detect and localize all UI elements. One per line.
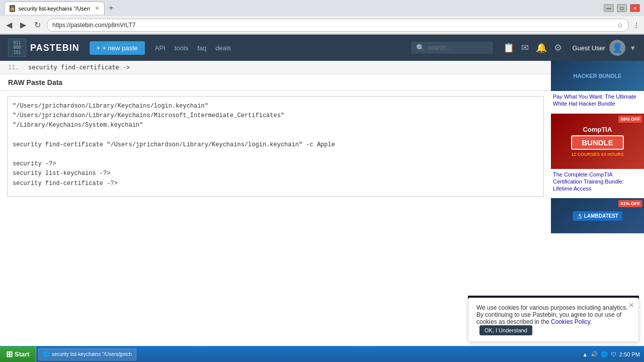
ad-title-2[interactable]: The Complete CompTIA Certification Train… <box>551 169 644 195</box>
new-tab-button[interactable]: + <box>106 3 116 14</box>
bookmark-icon[interactable]: ☆ <box>617 21 623 29</box>
tab-favicon: 🔒 <box>10 5 15 12</box>
cookies-policy-link[interactable]: Cookies Policy <box>551 318 590 325</box>
cookie-text: We use cookies for various purposes incl… <box>476 304 628 325</box>
nav-faq[interactable]: faq <box>197 44 206 52</box>
user-label: Guest User <box>572 44 605 52</box>
user-avatar: 👤 <box>609 40 625 56</box>
address-bar[interactable]: https://pastebin.com/p8mVrLT7 ☆ <box>47 19 629 32</box>
raw-paste-header: RAW Paste Data <box>0 74 551 91</box>
off-badge-2: 99% OFF <box>618 116 642 123</box>
forward-button[interactable]: ▶ <box>18 19 28 31</box>
speaker-icon[interactable]: 🔊 <box>591 351 598 357</box>
cookie-notice: ✕ We use cookies for various purposes in… <box>468 298 639 342</box>
start-icon: ⊞ <box>6 349 13 359</box>
new-paste-label: + new paste <box>102 44 137 52</box>
user-dropdown-icon[interactable]: ▼ <box>629 44 636 52</box>
notification-bell-icon[interactable]: 🔔 <box>536 42 547 53</box>
time-display: 2:50 PM <box>619 351 640 357</box>
maximize-button[interactable]: □ <box>617 4 627 12</box>
nav-tools[interactable]: tools <box>175 44 188 52</box>
tray-arrow-icon[interactable]: ▲ <box>582 351 588 357</box>
search-icon: 🔍 <box>416 44 425 52</box>
taskbar-item-icon: 🌐 <box>43 351 50 357</box>
raw-paste-title: RAW Paste Data <box>8 78 62 86</box>
header-search[interactable]: 🔍 <box>411 42 493 54</box>
raw-paste-box: "/Users/jprichardson/Library/Keychains/l… <box>0 91 551 202</box>
cookie-close-button[interactable]: ✕ <box>628 301 634 309</box>
ad-title-1[interactable]: Pay What You Want: The Ultimate White Ha… <box>551 91 644 110</box>
search-input[interactable] <box>428 44 488 51</box>
nav-api[interactable]: API <box>155 44 166 52</box>
new-paste-button[interactable]: + + new paste <box>90 41 145 55</box>
minimize-button[interactable]: — <box>604 4 614 12</box>
network-icon[interactable]: 🌐 <box>601 351 608 357</box>
window-controls: — □ ✕ <box>604 4 640 12</box>
code-line-text: security find-certificate -> <box>28 64 130 71</box>
address-icons: ☆ <box>617 21 623 29</box>
browser-tab[interactable]: 🔒 security list-keychains "/Users/jprich… <box>4 2 105 15</box>
pastebin-header: 011000101 PASTEBIN + + new paste API too… <box>0 35 644 61</box>
browser-chrome: 🔒 security list-keychains "/Users/jprich… <box>0 0 644 35</box>
logo-icon: 011000101 <box>8 39 26 57</box>
nav-bar: ◀ ▶ ↻ https://pastebin.com/p8mVrLT7 ☆ ⋮ <box>0 16 644 34</box>
taskbar: ⊞ Start 🌐 security list-keychains "/User… <box>0 346 644 362</box>
settings-gear-icon[interactable]: ⚙ <box>554 42 562 53</box>
start-button[interactable]: ⊞ Start <box>0 346 36 362</box>
new-paste-icon: + <box>97 44 101 52</box>
tab-close-button[interactable]: ✕ <box>95 6 99 11</box>
message-icon[interactable]: ✉ <box>521 42 529 53</box>
off-badge-3: 61% OFF <box>618 200 642 207</box>
nav-menu-button[interactable]: ⋮ <box>633 21 640 29</box>
taskbar-item-label: security list-keychains "/Users/jprich <box>52 351 132 357</box>
nav-deals[interactable]: deals <box>215 44 231 52</box>
url-text: https://pastebin.com/p8mVrLT7 <box>52 22 617 29</box>
raw-paste-content[interactable]: "/Users/jprichardson/Library/Keychains/l… <box>7 96 544 197</box>
logo-text: PASTEBIN <box>30 43 79 53</box>
close-button[interactable]: ✕ <box>630 4 640 12</box>
cookie-ok-button[interactable]: OK, I Understand <box>479 325 532 335</box>
refresh-button[interactable]: ↻ <box>32 19 43 31</box>
nav-right-icons: ⋮ <box>633 21 640 29</box>
ad-block-3: 🔬 LAMBDATEST 61% OFF <box>551 198 644 233</box>
back-button[interactable]: ◀ <box>4 19 14 31</box>
pastebin-logo: 011000101 PASTEBIN <box>8 39 79 57</box>
header-nav: API tools faq deals <box>155 44 231 52</box>
code-line-strip: 11. security find-certificate -> <box>0 61 551 74</box>
title-bar: 🔒 security list-keychains "/Users/jprich… <box>0 0 644 16</box>
document-icon[interactable]: 📋 <box>503 42 514 53</box>
header-right-icons: 📋 ✉ 🔔 ⚙ <box>503 42 562 53</box>
ad-block-1: HACKER BUNDLE Pay What You Want: The Ult… <box>551 61 644 110</box>
taskbar-tray: ▲ 🔊 🌐 🛡 2:50 PM <box>578 351 644 357</box>
taskbar-items: 🌐 security list-keychains "/Users/jprich <box>36 348 579 360</box>
taskbar-time: 2:50 PM <box>619 351 640 357</box>
start-label: Start <box>15 350 30 358</box>
title-bar-left: 🔒 security list-keychains "/Users/jprich… <box>4 2 116 15</box>
user-area[interactable]: Guest User 👤 ▼ <box>572 40 636 56</box>
ad-block-2: CompTIA BUNDLE 12 COURSES 63 HOURS 99% O… <box>551 114 644 195</box>
taskbar-item-browser[interactable]: 🌐 security list-keychains "/Users/jprich <box>38 348 136 360</box>
tab-title: security list-keychains "/Users/jprich <box>18 6 90 12</box>
security-icon[interactable]: 🛡 <box>611 351 616 357</box>
line-number: 11. <box>8 64 23 71</box>
